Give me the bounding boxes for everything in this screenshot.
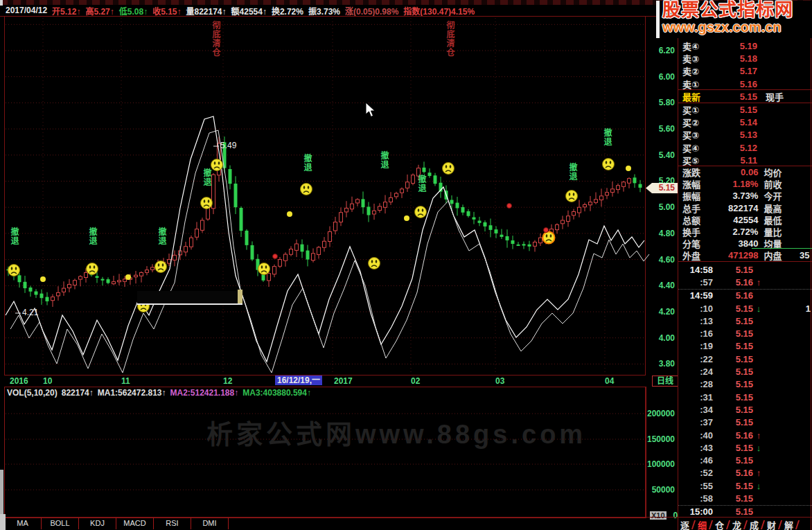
price-axis-label: 5.60 <box>659 124 675 134</box>
stat-label: 换手 <box>678 225 718 238</box>
tick-price: 5.15 <box>713 366 753 377</box>
tick-time: :19 <box>678 341 713 351</box>
price-axis-label: 5.80 <box>659 98 675 107</box>
tick-price: 5.15 <box>713 506 753 517</box>
stat-label: 涨幅 <box>678 177 718 191</box>
sell-signal-smiley <box>566 191 578 202</box>
watermark-text: 析家公式网www.88gs.com <box>206 413 586 451</box>
window-edge <box>0 514 6 530</box>
panel-tab[interactable]: 财 <box>767 519 776 530</box>
tick-price: 5.15 <box>713 455 753 466</box>
tick-time: :37 <box>678 417 713 427</box>
ask-price: 5.19 <box>718 41 757 51</box>
stat-value: 0.06 <box>718 167 759 177</box>
quote-field: 涨(0.05)0.98% <box>345 5 398 17</box>
quote-field: 2017/04/12 <box>6 6 47 15</box>
ask-price: 5.16 <box>718 79 757 89</box>
ask-row[interactable]: 卖④ 5.19 <box>678 39 812 52</box>
bid-row[interactable]: 买③ 5.13 <box>678 129 812 141</box>
ask-row[interactable]: 卖③ 5.18 <box>678 52 812 64</box>
volume-header-field: MA3:403880.594↑ <box>242 388 311 398</box>
panel-tab[interactable]: 解 <box>784 519 793 530</box>
tick-row: :34 5.15 <box>678 403 812 416</box>
selected-date-box[interactable]: 16/12/19,一 <box>275 376 322 385</box>
tick-time: :55 <box>678 481 713 491</box>
tick-price: 5.15 <box>713 328 753 339</box>
sell-signal-smiley <box>543 232 555 244</box>
tick-row: :19 5.15 <box>678 340 812 353</box>
tick-list[interactable]: 14:58 5.15 :57 5.16 ↑ 14:59 5.16 :10 <box>678 263 812 518</box>
indicator-tab[interactable]: RSI <box>154 518 191 529</box>
ask-queue[interactable]: 卖④ 5.19 卖③ 5.18 卖② 5.17 卖① 5.16 <box>678 39 812 90</box>
price-axis-label: 4.60 <box>659 255 675 265</box>
panel-tab[interactable]: 成 <box>750 519 759 530</box>
window-edge <box>0 470 3 515</box>
tick-time: :13 <box>678 316 713 326</box>
tab-divider <box>691 520 696 529</box>
tick-row: :10 5.15 ↓ 1 <box>678 302 812 315</box>
ask-row[interactable]: 卖② 5.17 <box>678 65 812 78</box>
time-axis-label: 10 <box>43 376 52 386</box>
indicator-tab[interactable]: DMI <box>191 518 229 529</box>
tick-price: 5.16 <box>713 468 753 478</box>
tick-row: :16 5.15 <box>678 327 812 339</box>
site-logo-title: 股票公式指标网 <box>662 1 812 19</box>
bid-row[interactable]: 买① 5.15 <box>678 103 812 116</box>
panel-tab[interactable]: 逐 <box>680 519 689 530</box>
stat-label-2: 量比 <box>764 225 800 238</box>
divider <box>678 261 812 262</box>
bid-level-label: 买② <box>678 116 718 129</box>
volume-unit: X10 0 <box>650 511 678 520</box>
bid-queue[interactable]: 买① 5.15 买② 5.14 买③ 5.13 买④ 5.12 买⑤ 5.11 <box>678 103 812 166</box>
tick-time: 14:59 <box>678 290 713 301</box>
hand-volume-label: 现手 <box>766 90 784 103</box>
stat-label-2: 最高 <box>764 202 800 215</box>
indicator-tab[interactable]: BOLL <box>42 518 79 529</box>
bid-level-label: 买① <box>678 103 718 116</box>
red-dot-signal <box>273 254 278 259</box>
indicator-tab[interactable]: MA <box>4 518 42 529</box>
ask-level-label: 卖④ <box>678 39 718 53</box>
volume-axis-label: 50000 <box>652 485 675 495</box>
tick-row: :46 5.15 <box>678 454 812 466</box>
tick-price: 5.15 <box>713 405 753 415</box>
volume-header-field: MA1:562472.813↑ <box>98 388 166 398</box>
volume-axis-label: 100000 <box>647 459 675 469</box>
price-point-label: 5.49 <box>220 141 236 150</box>
price-axis-label: 4.20 <box>659 307 675 317</box>
ask-price: 5.17 <box>718 66 757 76</box>
stat-row: 总额 42554 最低 <box>678 214 812 226</box>
price-point-label: 4.21 <box>22 308 38 317</box>
divider <box>0 16 678 17</box>
tick-row: :37 5.15 <box>678 416 812 429</box>
tick-time: :24 <box>678 366 713 377</box>
time-axis-label: 2016 <box>10 376 28 386</box>
tooltip-handle <box>238 290 242 303</box>
quote-field: 量822174↑ <box>186 5 227 17</box>
tick-time: :31 <box>678 392 713 403</box>
sell-signal-smiley <box>258 263 270 275</box>
price-axis: 6.206.005.805.605.405.205.004.804.604.40… <box>645 0 678 530</box>
stat-row: 涨幅 1.18% 前收 <box>678 178 812 190</box>
bid-price: 5.15 <box>718 105 757 115</box>
time-axis[interactable]: 20161011122017020304 <box>4 375 646 387</box>
indicator-tab[interactable]: MACD <box>116 518 154 529</box>
tick-direction-icon: ↑ <box>753 468 764 478</box>
panel-tab[interactable]: 龙 <box>732 519 741 530</box>
indicator-tab[interactable]: KDJ <box>79 518 116 529</box>
panel-tab[interactable]: 细 <box>698 519 707 530</box>
bid-row[interactable]: 买④ 5.12 <box>678 141 812 154</box>
sell-signal-smiley <box>369 258 380 270</box>
chart-tooltip <box>137 291 242 305</box>
stat-row: 涨跌 0.06 均价 <box>678 166 812 178</box>
volume-header-field: MA2:512421.188↑ <box>170 388 238 398</box>
tick-price: 5.15 <box>713 481 753 491</box>
bid-row[interactable]: 买⑤ 5.11 <box>678 154 812 166</box>
time-axis-label: 12 <box>223 376 232 386</box>
stat-row: 总手 822174 最高 <box>678 202 812 214</box>
panel-tab[interactable]: 仓 <box>715 519 724 530</box>
last-price-row: 最新 5.15 现手 <box>678 90 812 103</box>
time-axis-label: 11 <box>121 376 130 386</box>
ask-row[interactable]: 卖① 5.16 <box>678 78 812 90</box>
bid-row[interactable]: 买② 5.14 <box>678 116 812 128</box>
